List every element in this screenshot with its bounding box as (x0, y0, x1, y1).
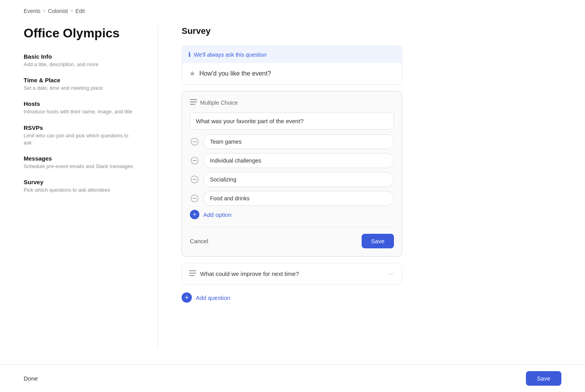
rating-question-row: ★ How'd you like the event? (182, 63, 402, 84)
option-input-0[interactable] (203, 134, 394, 149)
sidebar-item-rsvps[interactable]: RSVPs Limit who can join and pick which … (24, 124, 134, 146)
svg-rect-4 (193, 141, 197, 142)
sidebar-item-messages-label: Messages (24, 155, 134, 162)
sidebar-item-basic-info[interactable]: Basic Info Add a title, description, and… (24, 53, 134, 68)
mc-footer: Cancel Save (190, 227, 394, 248)
info-icon: ℹ (188, 51, 191, 58)
option-row-1 (190, 153, 394, 168)
save-mc-button[interactable]: Save (362, 234, 394, 248)
remove-option-3-button[interactable] (190, 194, 199, 203)
survey-content: Survey ℹ We'll always ask this question … (182, 22, 402, 349)
svg-rect-10 (193, 198, 197, 199)
sidebar-item-hosts-label: Hosts (24, 100, 134, 107)
remove-option-1-button[interactable] (190, 156, 199, 165)
more-options-icon[interactable]: ··· (388, 270, 395, 278)
other-question-row[interactable]: What could we improve for next time? ··· (182, 263, 402, 285)
option-input-1[interactable] (203, 153, 394, 168)
add-question-row[interactable]: + Add question (182, 291, 402, 304)
svg-rect-2 (190, 104, 195, 105)
sidebar-item-time-place-desc: Set a date, time and meeting place (24, 85, 134, 92)
sidebar-item-survey[interactable]: Survey Pick which questions to ask atten… (24, 179, 134, 194)
remove-option-0-button[interactable] (190, 137, 199, 146)
sidebar-item-messages[interactable]: Messages Schedule pre-event emails and S… (24, 155, 134, 170)
other-question-text: What could we improve for next time? (200, 270, 384, 277)
other-question-lines-icon (189, 270, 196, 277)
sidebar: Office Olympics Basic Info Add a title, … (24, 22, 134, 349)
breadcrumb-current: Edit (75, 8, 85, 14)
add-option-label: Add option (203, 211, 232, 218)
sidebar-item-basic-info-label: Basic Info (24, 53, 134, 60)
cancel-button[interactable]: Cancel (190, 235, 208, 248)
add-question-icon: + (182, 292, 192, 303)
option-row-0 (190, 134, 394, 149)
sidebar-item-hosts[interactable]: Hosts Introduce hosts with their name, i… (24, 100, 134, 115)
breadcrumb: Events > Colonist > Edit (0, 0, 585, 22)
sidebar-divider (158, 26, 158, 349)
sidebar-item-time-place-label: Time & Place (24, 77, 134, 83)
mc-header: Multiple Choice (190, 99, 394, 106)
remove-option-2-button[interactable] (190, 175, 199, 184)
option-input-3[interactable] (203, 191, 394, 206)
page-title: Office Olympics (24, 26, 134, 41)
survey-title: Survey (182, 26, 402, 36)
option-input-2[interactable] (203, 172, 394, 187)
svg-rect-13 (189, 275, 195, 276)
breadcrumb-sep1: > (43, 8, 46, 14)
add-option-icon: + (190, 210, 199, 219)
always-ask-banner: ℹ We'll always ask this question (182, 46, 402, 63)
breadcrumb-sep2: > (70, 8, 73, 14)
svg-rect-0 (190, 99, 197, 100)
svg-rect-11 (189, 270, 196, 271)
option-row-3 (190, 191, 394, 206)
sidebar-item-rsvps-label: RSVPs (24, 124, 134, 131)
svg-rect-1 (190, 102, 197, 102)
sidebar-item-basic-info-desc: Add a title, description, and more (24, 61, 134, 68)
sidebar-item-survey-desc: Pick which questions to ask attendees (24, 187, 134, 194)
multiple-choice-card: Multiple Choice (182, 91, 402, 257)
svg-rect-8 (193, 179, 197, 180)
always-ask-text: We'll always ask this question (194, 52, 267, 58)
sidebar-item-time-place[interactable]: Time & Place Set a date, time and meetin… (24, 77, 134, 92)
sidebar-item-messages-desc: Schedule pre-event emails and Slack mess… (24, 163, 134, 170)
mc-question-input[interactable] (190, 113, 394, 129)
done-button[interactable]: Done (24, 375, 38, 382)
add-option-row[interactable]: + Add option (190, 210, 394, 219)
mc-lines-icon (190, 99, 197, 106)
breadcrumb-events[interactable]: Events (24, 8, 41, 14)
sidebar-item-rsvps-desc: Limit who can join and pick which questi… (24, 132, 134, 146)
svg-rect-6 (193, 160, 197, 161)
rating-question-text: How'd you like the event? (199, 70, 271, 77)
sidebar-item-survey-label: Survey (24, 179, 134, 185)
mc-type-label: Multiple Choice (200, 100, 238, 106)
sidebar-item-hosts-desc: Introduce hosts with their name, image, … (24, 108, 134, 115)
star-icon: ★ (189, 69, 195, 78)
option-row-2 (190, 172, 394, 187)
bottom-bar: Done Save (0, 364, 585, 392)
breadcrumb-colonist[interactable]: Colonist (48, 8, 68, 14)
add-question-label: Add question (196, 294, 230, 301)
always-ask-card: ℹ We'll always ask this question ★ How'd… (182, 46, 402, 85)
bottom-save-button[interactable]: Save (526, 371, 561, 386)
svg-rect-12 (189, 273, 196, 274)
